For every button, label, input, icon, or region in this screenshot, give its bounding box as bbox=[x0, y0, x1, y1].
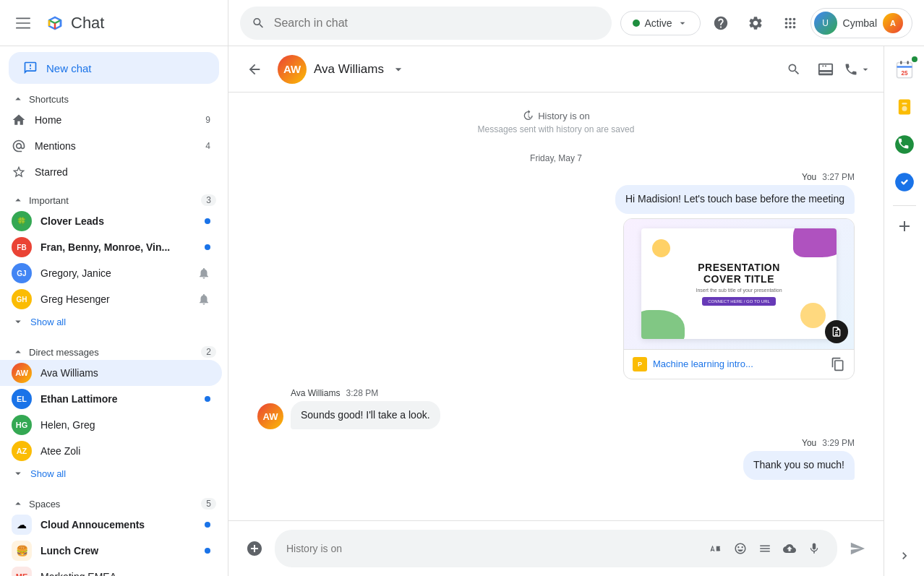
important-label: Important bbox=[29, 195, 197, 206]
pres-title-line1: PRESENTATION bbox=[698, 262, 780, 273]
star-icon bbox=[12, 165, 26, 179]
active-dot bbox=[633, 20, 640, 27]
messages-area: History is on Messages sent with history… bbox=[228, 93, 884, 520]
lunch-crew-unread-dot bbox=[205, 548, 210, 554]
msg2-time: 3:28 PM bbox=[346, 388, 378, 398]
sidebar-item-fran-benny[interactable]: FB Fran, Benny, Monroe, Vin... bbox=[0, 234, 222, 260]
sidebar-item-clover-leads[interactable]: 🍀 Clover Leads bbox=[0, 208, 222, 234]
gregory-janice-label: Gregory, Janice bbox=[40, 267, 189, 279]
ava-williams-label: Ava Williams bbox=[40, 367, 210, 379]
svg-rect-1 bbox=[16, 22, 30, 24]
important-count: 3 bbox=[201, 194, 216, 206]
expand-spaces-icon[interactable] bbox=[12, 497, 25, 510]
mentions-label: Mentions bbox=[35, 140, 197, 152]
sidebar-item-marketing-emea[interactable]: ME Marketing EMEA bbox=[0, 564, 222, 576]
svg-rect-2 bbox=[16, 27, 30, 28]
help-button[interactable] bbox=[706, 9, 735, 38]
ava-incoming-avatar: AW bbox=[257, 403, 283, 429]
attachment-card[interactable]: PRESENTATION COVER TITLE Insert the sub … bbox=[623, 218, 855, 379]
account-avatar-photo: A bbox=[883, 13, 903, 33]
important-section-header: Important 3 bbox=[0, 188, 228, 208]
sidebar-item-greg-hesenger[interactable]: GH Greg Hesenger bbox=[0, 286, 222, 312]
shortcuts-section-header: Shortcuts bbox=[0, 87, 228, 107]
svg-text:25: 25 bbox=[901, 70, 908, 77]
upload-button[interactable] bbox=[778, 537, 801, 560]
active-status-button[interactable]: Active bbox=[620, 11, 700, 35]
new-chat-button[interactable]: New chat bbox=[9, 52, 219, 84]
new-chat-label: New chat bbox=[46, 62, 92, 74]
sidebar-item-starred[interactable]: Starred bbox=[0, 159, 222, 185]
chevron-down-icon bbox=[677, 17, 688, 29]
app-logo: Chat bbox=[43, 12, 104, 35]
dm-show-all[interactable]: Show all bbox=[0, 464, 228, 483]
text-format-button[interactable] bbox=[704, 537, 727, 560]
chat-user-info[interactable]: AW Ava Williams bbox=[278, 55, 406, 84]
important-show-all[interactable]: Show all bbox=[0, 312, 228, 331]
expand-dm-icon[interactable] bbox=[12, 345, 25, 358]
right-panel-add-button[interactable] bbox=[890, 212, 919, 241]
emoji-button[interactable] bbox=[729, 537, 752, 560]
right-panel-tasks-icon[interactable] bbox=[887, 165, 922, 199]
svg-rect-11 bbox=[902, 103, 907, 104]
cloud-announcements-label: Cloud Annoucements bbox=[40, 519, 196, 530]
message-input[interactable] bbox=[286, 543, 698, 554]
settings-button[interactable] bbox=[741, 9, 770, 38]
msg2-bubble: Sounds good! I'll take a look. bbox=[291, 401, 440, 430]
marketing-emea-label: Marketing EMEA bbox=[40, 571, 210, 576]
copy-overlay[interactable] bbox=[825, 320, 848, 343]
sidebar-item-helen-greg[interactable]: HG Helen, Greg bbox=[0, 412, 222, 438]
sidebar-item-cloud-announcements[interactable]: ☁ Cloud Annoucements bbox=[0, 512, 222, 538]
spaces-label: Spaces bbox=[29, 499, 197, 510]
search-input[interactable] bbox=[274, 17, 601, 30]
right-panel-meet-icon[interactable] bbox=[887, 127, 922, 162]
sidebar-item-home[interactable]: Home 9 bbox=[0, 107, 222, 133]
greg-hesenger-avatar: GH bbox=[12, 289, 32, 309]
starred-label: Starred bbox=[35, 166, 210, 178]
mentions-icon bbox=[12, 139, 26, 153]
input-area bbox=[228, 520, 884, 576]
search-icon bbox=[252, 16, 265, 30]
fran-benny-avatar: FB bbox=[12, 237, 32, 257]
dm-label: Direct messages bbox=[29, 347, 197, 358]
sidebar-item-mentions[interactable]: Mentions 4 bbox=[0, 133, 222, 159]
sidebar-item-gregory-janice[interactable]: GJ Gregory, Janice bbox=[0, 260, 222, 286]
sidebar-item-ava-williams[interactable]: AW Ava Williams bbox=[0, 360, 222, 386]
account-button[interactable]: U Cymbal A bbox=[810, 8, 912, 38]
apps-grid-button[interactable] bbox=[776, 9, 805, 38]
atee-zoli-avatar: AZ bbox=[12, 441, 32, 461]
attachment-copy-icon[interactable] bbox=[831, 357, 845, 371]
history-notice: History is on Messages sent with history… bbox=[257, 110, 855, 134]
sidebar-item-ethan-lattimore[interactable]: EL Ethan Lattimore bbox=[0, 386, 222, 412]
send-button[interactable] bbox=[843, 534, 872, 563]
expand-shortcuts-icon[interactable] bbox=[12, 93, 25, 106]
svg-rect-6 bbox=[900, 61, 902, 64]
right-panel-expand-icon[interactable] bbox=[890, 541, 919, 570]
home-label: Home bbox=[35, 114, 197, 126]
chat-user-name: Ava Williams bbox=[314, 62, 384, 77]
expand-more-dm-icon bbox=[12, 467, 25, 480]
record-button[interactable] bbox=[803, 537, 826, 560]
cloud-announcements-unread-dot bbox=[205, 522, 210, 528]
right-panel-keep-icon[interactable] bbox=[887, 90, 922, 124]
helen-greg-label: Helen, Greg bbox=[40, 419, 210, 431]
video-call-button[interactable] bbox=[811, 55, 840, 84]
sidebar-item-atee-zoli[interactable]: AZ Atee Zoli bbox=[0, 438, 222, 464]
hamburger-icon[interactable] bbox=[9, 9, 38, 38]
spaces-count: 5 bbox=[201, 498, 216, 510]
add-button[interactable] bbox=[240, 534, 269, 563]
right-panel-calendar-icon[interactable]: 25 bbox=[887, 52, 922, 87]
back-button[interactable] bbox=[240, 55, 269, 84]
search-chat-button[interactable] bbox=[779, 55, 808, 84]
marketing-emea-avatar: ME bbox=[12, 567, 32, 576]
message-input-box[interactable] bbox=[275, 530, 837, 567]
sidebar-item-lunch-crew[interactable]: 🍔 Lunch Crew bbox=[0, 538, 222, 564]
search-bar[interactable] bbox=[240, 7, 612, 40]
expand-important-icon[interactable] bbox=[12, 194, 25, 207]
attachment-preview: PRESENTATION COVER TITLE Insert the sub … bbox=[624, 219, 854, 349]
greg-hesenger-label: Greg Hesenger bbox=[40, 293, 189, 305]
pres-subtitle: Insert the sub title of your presentatio… bbox=[696, 288, 782, 293]
attach-button[interactable] bbox=[753, 537, 777, 560]
lunch-crew-avatar: 🍔 bbox=[12, 541, 32, 561]
phone-call-button[interactable] bbox=[843, 55, 872, 84]
dm-section-header: Direct messages 2 bbox=[0, 340, 228, 360]
